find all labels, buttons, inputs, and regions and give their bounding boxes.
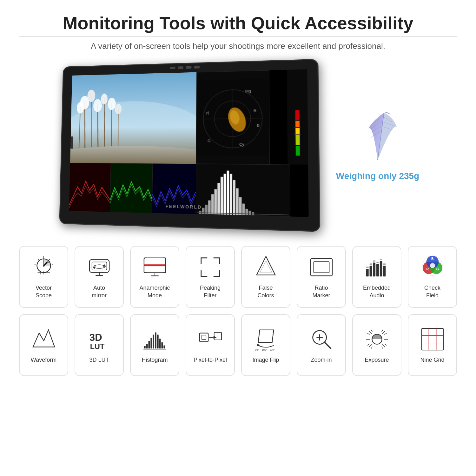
icon-card-auto-mirror: Automirror	[75, 246, 124, 308]
histogram-icon	[142, 327, 168, 352]
svg-rect-126	[155, 332, 156, 348]
svg-text:G: G	[436, 267, 439, 271]
nine-grid-label: Nine Grid	[420, 356, 444, 364]
exposure-label: Exposure	[365, 356, 389, 364]
svg-rect-125	[153, 334, 154, 348]
monitor-btn-1	[170, 67, 175, 69]
svg-text:R: R	[253, 109, 256, 113]
ratio-marker-label: RatioMarker	[312, 284, 330, 299]
svg-text:B: B	[257, 123, 260, 128]
monitor-btn-2	[178, 66, 183, 69]
3dlut-label: 3D LUT	[89, 356, 109, 364]
svg-rect-108	[383, 263, 386, 265]
wf-green	[110, 163, 153, 213]
svg-line-151	[369, 331, 372, 334]
zoom-in-icon	[309, 327, 334, 352]
svg-rect-132	[199, 333, 208, 341]
icons-grid: VectorScope	[19, 240, 457, 389]
svg-line-155	[371, 329, 372, 332]
svg-rect-53	[227, 171, 229, 215]
svg-rect-45	[202, 208, 204, 214]
anamorphic-icon	[142, 255, 168, 280]
svg-text:Cy: Cy	[239, 142, 245, 147]
svg-marker-137	[258, 330, 274, 342]
monitor-container: HDMI 1080p@59.94Hz	[54, 62, 314, 227]
svg-rect-163	[421, 328, 443, 350]
svg-line-156	[381, 329, 383, 332]
waveform-label: Waveform	[31, 356, 56, 364]
svg-rect-123	[148, 341, 150, 348]
icon-card-nine-grid: Nine Grid	[408, 314, 457, 376]
svg-rect-127	[157, 334, 158, 348]
svg-text:180°: 180°	[262, 348, 267, 351]
peaking-icon	[198, 255, 223, 280]
svg-rect-121	[144, 346, 145, 348]
svg-rect-98	[369, 266, 372, 276]
svg-line-160	[371, 347, 372, 349]
svg-rect-122	[146, 344, 148, 348]
icon-card-flip: 90° 180° 270° Image Flip	[241, 314, 290, 376]
svg-text:270°: 270°	[269, 348, 274, 351]
monitor-body: HDMI 1080p@59.94Hz	[59, 59, 320, 232]
svg-marker-94	[260, 261, 272, 273]
svg-rect-130	[163, 345, 165, 348]
svg-rect-59	[245, 209, 248, 215]
svg-line-153	[382, 331, 385, 334]
svg-rect-105	[373, 261, 375, 262]
svg-rect-56	[236, 188, 238, 215]
svg-line-161	[384, 333, 387, 334]
svg-rect-107	[380, 259, 382, 260]
svg-line-152	[382, 344, 385, 347]
port-left	[70, 136, 73, 149]
svg-rect-136	[214, 332, 221, 340]
waveform-icon	[31, 327, 56, 352]
exposure-icon	[364, 327, 390, 352]
monitor-top-buttons	[170, 66, 200, 69]
svg-text:R: R	[426, 267, 429, 271]
icon-card-waveform: Waveform	[19, 314, 68, 376]
svg-rect-33	[295, 128, 300, 135]
svg-rect-99	[373, 262, 375, 276]
wf-red	[69, 163, 111, 212]
svg-rect-103	[366, 267, 368, 268]
svg-rect-34	[295, 135, 300, 145]
monitor-btn-4	[194, 66, 200, 69]
ratio-marker-icon	[309, 255, 334, 280]
svg-text:B: B	[431, 257, 434, 261]
svg-point-80	[43, 265, 45, 267]
icon-card-audio: EmbeddedAudio	[352, 246, 401, 308]
auto-mirror-label: Automirror	[92, 284, 107, 299]
svg-line-154	[369, 344, 372, 347]
svg-rect-35	[295, 146, 300, 155]
page-wrapper: Monitoring Tools with Quick Accessibilit…	[0, 0, 476, 408]
false-colors-label: FalseColors	[257, 284, 274, 299]
svg-line-157	[367, 333, 369, 334]
icon-card-anamorphic: AnamorphicMode	[130, 246, 179, 308]
pixel-to-pixel-icon	[198, 327, 223, 352]
svg-rect-90	[144, 264, 165, 266]
svg-text:G: G	[208, 138, 211, 143]
svg-rect-133	[202, 335, 206, 340]
svg-rect-32	[295, 121, 300, 127]
svg-text:Mg: Mg	[245, 89, 251, 94]
false-colors-icon	[253, 255, 279, 280]
svg-line-159	[381, 347, 383, 349]
svg-rect-85	[89, 260, 109, 273]
icon-card-exposure: Exposure	[352, 314, 401, 376]
nine-grid-icon	[420, 327, 445, 352]
monitor-section: HDMI 1080p@59.94Hz	[19, 62, 457, 227]
svg-rect-48	[211, 194, 214, 214]
svg-rect-54	[230, 174, 232, 215]
icon-card-peaking: PeakingFilter	[186, 246, 235, 308]
svg-rect-47	[208, 200, 211, 214]
svg-rect-102	[383, 266, 386, 276]
anamorphic-label: AnamorphicMode	[139, 284, 170, 299]
monitor-screen: HDMI 1080p@59.94Hz	[69, 69, 309, 217]
svg-rect-40	[69, 163, 111, 212]
header-section: Monitoring Tools with Quick Accessibilit…	[19, 13, 457, 52]
icon-card-pixel: Pixel-to-Pixel	[186, 314, 235, 376]
feather-section: Weighing only 235g	[333, 106, 422, 182]
level-meter	[287, 69, 308, 164]
vector-scope-label: VectorScope	[36, 284, 52, 299]
svg-rect-55	[233, 180, 235, 215]
